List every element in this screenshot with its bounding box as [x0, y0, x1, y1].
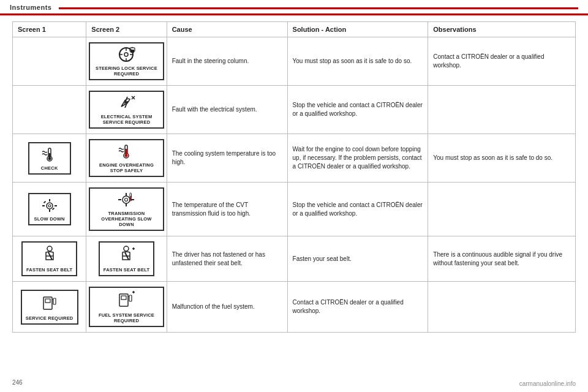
steering-lock-label: STEERING LOCK SERVICE REQUIRED	[94, 66, 159, 77]
solution-cell: Fasten your seat belt.	[287, 236, 428, 282]
svg-point-36	[47, 246, 52, 251]
warning-table: Screen 1 Screen 2 Cause Solution - Actio…	[12, 21, 576, 333]
svg-rect-48	[121, 296, 126, 300]
table-row: FASTEN SEAT BELT	[13, 236, 576, 282]
solution-cell: Contact a CITROËN dealer or a qualified …	[287, 282, 428, 333]
screen2-cell: ELECTRICAL SYSTEM SERVICE REQUIRED	[86, 86, 167, 134]
overheat-label: ENGINE OVERHEATING STOP SAFELY	[94, 162, 159, 173]
svg-rect-20	[49, 199, 50, 202]
svg-rect-28	[126, 193, 127, 196]
fuel-system-label: FUEL SYSTEM SERVICE REQUIRED	[94, 312, 159, 323]
svg-point-27	[125, 198, 128, 202]
overheat-icon-box: ENGINE OVERHEATING STOP SAFELY	[89, 139, 164, 177]
svg-rect-29	[126, 203, 127, 206]
seatbelt2-svg	[116, 245, 136, 265]
seatbelt1-icon-wrapper: FASTEN SEAT BELT	[15, 241, 83, 276]
slowdown-icon-box: SLOW DOWN	[28, 193, 71, 225]
slowdown-label: SLOW DOWN	[34, 216, 65, 222]
red-bar	[59, 7, 578, 9]
svg-rect-45	[45, 299, 50, 303]
svg-point-26	[123, 196, 130, 203]
solution-cell: You must stop as soon as it is safe to d…	[287, 37, 428, 86]
screen2-cell: FUEL SYSTEM SERVICE REQUIRED	[86, 282, 167, 333]
overheat-svg	[116, 143, 136, 160]
slowdown-svg	[40, 197, 59, 214]
service-icon-box: SERVICE REQUIRED	[21, 290, 78, 325]
table-row: CHECK	[13, 134, 576, 183]
solution-cell: Stop the vehicle and contact a CITROËN d…	[287, 86, 428, 134]
screen1-cell: SERVICE REQUIRED	[13, 282, 86, 333]
fuel-system-icon-box: FUEL SYSTEM SERVICE REQUIRED	[89, 287, 164, 327]
screen1-cell	[13, 86, 86, 134]
screen1-cell: CHECK	[13, 134, 86, 183]
seatbelt2-icon-box: FASTEN SEAT BELT	[99, 241, 154, 276]
svg-point-13	[48, 157, 51, 160]
col-header-screen2: Screen 2	[86, 22, 167, 37]
seatbelt1-label: FASTEN SEAT BELT	[26, 267, 72, 273]
check-icon-box: CHECK	[28, 142, 71, 175]
screen1-cell: SLOW DOWN	[13, 183, 86, 236]
fuel-system-svg	[116, 290, 136, 310]
table-row: SERVICE REQUIRED	[13, 282, 576, 333]
solution-cell: Wait for the engine to cool down before …	[287, 134, 428, 183]
col-header-observations: Observations	[428, 22, 576, 37]
screen2-cell: STEERING LOCK SERVICE REQUIRED	[86, 37, 167, 86]
seatbelt1-icon-box: FASTEN SEAT BELT	[21, 241, 77, 276]
overheat-icon-wrapper: ENGINE OVERHEATING STOP SAFELY	[89, 139, 164, 177]
steering-lock-svg	[116, 46, 136, 63]
check-icon-wrapper: CHECK	[15, 142, 83, 175]
col-header-cause: Cause	[167, 22, 287, 37]
fuel-system-icon-wrapper: FUEL SYSTEM SERVICE REQUIRED	[89, 287, 164, 327]
obs-cell: Contact a CITROËN dealer or a qualified …	[428, 37, 576, 86]
table-row: STEERING LOCK SERVICE REQUIRED Fault in …	[13, 37, 576, 86]
cause-cell: Fault in the steering column.	[167, 37, 287, 86]
svg-point-1	[124, 53, 128, 56]
steering-lock-icon-box: STEERING LOCK SERVICE REQUIRED	[89, 42, 164, 80]
table-row: SLOW DOWN	[13, 183, 576, 236]
table-row: ELECTRICAL SYSTEM SERVICE REQUIRED Fault…	[13, 86, 576, 134]
transmission-icon-wrapper: TRANSMISSION OVERHEATING SLOW DOWN	[89, 187, 164, 231]
electrical-icon-box: ELECTRICAL SYSTEM SERVICE REQUIRED	[89, 91, 164, 129]
svg-point-17	[125, 154, 128, 157]
svg-rect-21	[49, 209, 50, 212]
service-svg	[40, 293, 59, 313]
svg-rect-7	[130, 50, 134, 53]
obs-cell	[428, 86, 576, 134]
svg-point-35	[130, 199, 132, 200]
electrical-icon-wrapper: ELECTRICAL SYSTEM SERVICE REQUIRED	[89, 91, 164, 129]
svg-point-19	[48, 205, 51, 207]
watermark-text: carmanualonline.info	[519, 380, 576, 387]
obs-cell: There is a continuous audible signal if …	[428, 236, 576, 282]
screen1-cell	[13, 37, 86, 86]
transmission-icon-box: TRANSMISSION OVERHEATING SLOW DOWN	[89, 187, 164, 231]
seatbelt1-svg	[40, 245, 59, 265]
svg-rect-34	[130, 196, 132, 199]
screen2-cell: FASTEN SEAT BELT	[86, 236, 167, 282]
svg-rect-22	[42, 205, 45, 206]
check-label: CHECK	[41, 165, 58, 171]
svg-point-39	[124, 246, 129, 251]
temp-check-svg	[40, 146, 59, 163]
svg-rect-24	[43, 201, 46, 203]
electrical-svg	[116, 94, 136, 111]
cause-cell: Fault with the electrical system.	[167, 86, 287, 134]
screen2-cell: TRANSMISSION OVERHEATING SLOW DOWN	[86, 183, 167, 236]
svg-rect-46	[53, 298, 56, 304]
cause-cell: Malfunction of the fuel system.	[167, 282, 287, 333]
cause-cell: The temperature of the CVT transmission …	[167, 183, 287, 236]
solution-cell: Stop the vehicle and contact a CITROËN d…	[287, 183, 428, 236]
transmission-svg	[116, 191, 136, 208]
screen1-cell: FASTEN SEAT BELT	[13, 236, 86, 282]
svg-rect-30	[118, 199, 121, 200]
svg-rect-49	[129, 295, 132, 301]
electrical-label: ELECTRICAL SYSTEM SERVICE REQUIRED	[94, 114, 159, 125]
service-label: SERVICE REQUIRED	[26, 315, 74, 321]
seatbelt2-icon-wrapper: FASTEN SEAT BELT	[89, 241, 164, 276]
svg-point-18	[47, 203, 53, 209]
steering-lock-icon-wrapper: STEERING LOCK SERVICE REQUIRED	[89, 42, 164, 80]
svg-rect-23	[55, 205, 57, 206]
obs-cell: You must stop as soon as it is safe to d…	[428, 134, 576, 183]
page-number: 246	[12, 379, 23, 386]
page-title: Instruments	[10, 4, 51, 11]
screen2-cell: ENGINE OVERHEATING STOP SAFELY	[86, 134, 167, 183]
